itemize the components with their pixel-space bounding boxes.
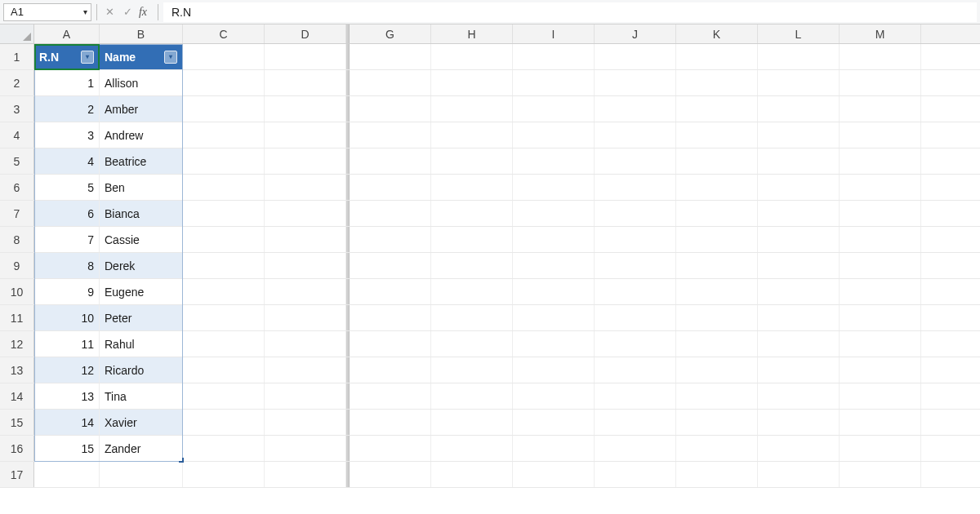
cell[interactable] (758, 279, 840, 304)
cell[interactable] (840, 96, 921, 122)
cell[interactable] (350, 462, 431, 487)
cell[interactable] (265, 305, 346, 330)
table-header-rn[interactable]: R.N ▾ (34, 44, 100, 69)
cell[interactable] (431, 227, 513, 252)
cell[interactable] (350, 96, 431, 122)
cell-name[interactable]: Eugene (100, 279, 183, 304)
cell[interactable] (595, 357, 676, 383)
cell-name[interactable]: Ricardo (100, 357, 183, 383)
cell[interactable] (840, 148, 921, 174)
cell[interactable] (595, 175, 676, 200)
cell-rn[interactable]: 15 (34, 436, 100, 461)
name-box[interactable]: A1 ▾ (3, 3, 91, 21)
cell[interactable] (431, 201, 513, 226)
cell[interactable] (350, 253, 431, 278)
cell[interactable] (595, 383, 676, 409)
cell[interactable] (676, 436, 758, 461)
cell[interactable] (431, 122, 513, 148)
cell[interactable] (595, 253, 676, 278)
cell[interactable] (183, 70, 265, 95)
cell-name[interactable]: Andrew (100, 122, 183, 148)
cell[interactable] (183, 279, 265, 304)
row-header[interactable]: 1 (0, 44, 34, 69)
row-header[interactable]: 14 (0, 383, 34, 409)
cell-rn[interactable]: 12 (34, 357, 100, 383)
cell[interactable] (676, 383, 758, 409)
cell[interactable] (676, 148, 758, 174)
row-header[interactable]: 8 (0, 227, 34, 252)
cell[interactable] (758, 175, 840, 200)
row-header[interactable]: 7 (0, 201, 34, 226)
cell-name[interactable]: Peter (100, 305, 183, 330)
cell-name[interactable]: Rahul (100, 331, 183, 357)
cell[interactable] (513, 96, 595, 122)
cell-name[interactable]: Beatrice (100, 148, 183, 174)
cell[interactable] (350, 279, 431, 304)
filter-dropdown-icon[interactable]: ▾ (164, 51, 177, 64)
cell[interactable] (431, 70, 513, 95)
cell[interactable] (676, 279, 758, 304)
cell[interactable] (840, 383, 921, 409)
cell[interactable] (183, 305, 265, 330)
cell[interactable] (265, 227, 346, 252)
cell[interactable] (350, 357, 431, 383)
cell[interactable] (350, 410, 431, 435)
cell[interactable] (676, 410, 758, 435)
cell[interactable] (265, 201, 346, 226)
cell[interactable] (513, 357, 595, 383)
cell[interactable] (431, 253, 513, 278)
column-header-M[interactable]: M (840, 24, 921, 43)
cell-name[interactable]: Cassie (100, 227, 183, 252)
cell[interactable] (595, 331, 676, 357)
cell[interactable] (265, 122, 346, 148)
cell[interactable] (350, 305, 431, 330)
cell[interactable] (350, 227, 431, 252)
cell[interactable] (676, 305, 758, 330)
cell[interactable] (265, 253, 346, 278)
cell[interactable] (595, 410, 676, 435)
cell[interactable] (595, 201, 676, 226)
cell-name[interactable]: Zander (100, 436, 183, 461)
cell[interactable] (758, 253, 840, 278)
cell[interactable] (840, 253, 921, 278)
cell[interactable] (758, 331, 840, 357)
row-header[interactable]: 13 (0, 357, 34, 383)
cell[interactable] (265, 44, 346, 69)
row-header[interactable]: 6 (0, 175, 34, 200)
cell-name[interactable]: Bianca (100, 201, 183, 226)
cell[interactable] (350, 331, 431, 357)
cell[interactable] (676, 331, 758, 357)
cell[interactable] (183, 462, 265, 487)
table-header-name[interactable]: Name ▾ (100, 44, 183, 69)
column-header-K[interactable]: K (676, 24, 758, 43)
cell[interactable] (595, 279, 676, 304)
cell[interactable] (183, 436, 265, 461)
cell[interactable] (265, 383, 346, 409)
cell[interactable] (350, 148, 431, 174)
cell[interactable] (595, 436, 676, 461)
cell-rn[interactable]: 9 (34, 279, 100, 304)
cell[interactable] (183, 96, 265, 122)
cell[interactable] (431, 357, 513, 383)
cell[interactable] (840, 279, 921, 304)
cell[interactable] (595, 70, 676, 95)
cell[interactable] (595, 462, 676, 487)
cancel-button[interactable]: ✕ (102, 5, 117, 20)
cell[interactable] (758, 436, 840, 461)
cell[interactable] (758, 148, 840, 174)
cell-rn[interactable]: 2 (34, 96, 100, 122)
cell-name[interactable]: Derek (100, 253, 183, 278)
cell[interactable] (840, 357, 921, 383)
cell[interactable] (183, 253, 265, 278)
cell-rn[interactable]: 11 (34, 331, 100, 357)
cell-name[interactable]: Tina (100, 383, 183, 409)
cell[interactable] (265, 462, 346, 487)
cell[interactable] (265, 357, 346, 383)
cell[interactable] (431, 96, 513, 122)
cell[interactable] (840, 44, 921, 69)
cell[interactable] (265, 96, 346, 122)
cell[interactable] (350, 383, 431, 409)
cell[interactable] (513, 201, 595, 226)
cell-rn[interactable]: 8 (34, 253, 100, 278)
cell[interactable] (513, 436, 595, 461)
